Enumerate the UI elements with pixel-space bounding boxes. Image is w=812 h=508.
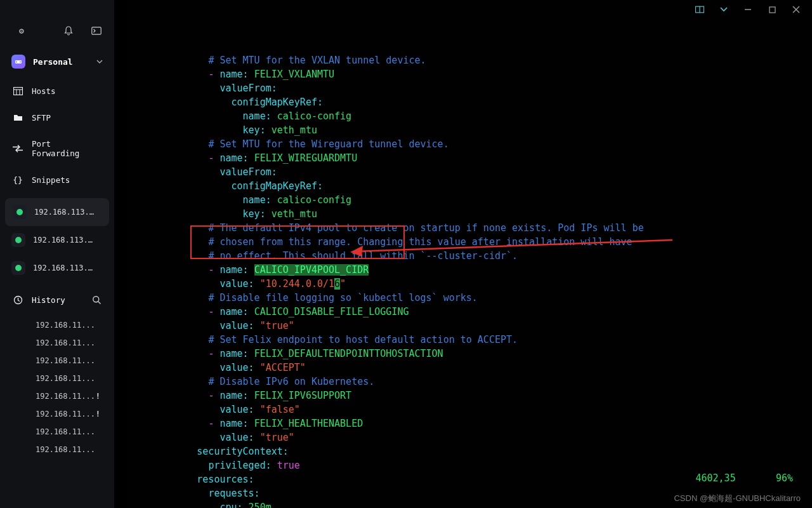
history-item[interactable]: 192.168.11... (0, 352, 114, 370)
sidebar-nav-sftp[interactable]: SFTP (0, 104, 114, 131)
sidebar-top-icons: ⚙ (0, 0, 114, 46)
nav-label: Port Forwarding (32, 139, 102, 158)
code-line: # chosen from this range. Changing this … (140, 235, 799, 249)
code-line: - name: FELIX_HEALTHENABLED (140, 417, 799, 431)
code-line: value: "ACCEPT" (140, 361, 799, 375)
code-line: # The default IPv4 pool to create on sta… (140, 221, 799, 235)
history-label: 192.168.11... (36, 445, 95, 454)
history-label: 192.168.11... (36, 410, 95, 418)
swap-icon (13, 144, 23, 154)
sidebar-nav-snippets[interactable]: {}Snippets (0, 166, 114, 193)
svg-point-15 (93, 296, 98, 302)
gear-icon[interactable]: ⚙ (16, 25, 27, 36)
code-line: # Set MTU for the VXLAN tunnel device. (140, 53, 799, 67)
history-item[interactable]: 192.168.11... (0, 370, 114, 387)
history-item[interactable]: 192.168.11... (0, 334, 114, 352)
code-line: value: "false" (140, 403, 799, 417)
history-label: 192.168.11... (36, 356, 95, 365)
search-icon[interactable] (91, 295, 102, 305)
session-tab[interactable]: 192.168.113.... (0, 254, 114, 282)
history-item[interactable]: 192.168.11... (0, 441, 114, 458)
history-label: History (32, 295, 82, 305)
code-line: # no effect. This should fall within `--… (140, 249, 799, 263)
braces-icon: {} (13, 175, 23, 185)
sidebar: ⚙ Personal HostsSFTPPort Forwarding{}Sni… (0, 0, 114, 508)
terminal-pane[interactable]: # Set MTU for the VXLAN tunnel device. -… (127, 0, 812, 508)
code-line: name: calico-config (140, 109, 799, 123)
sidebar-nav-hosts[interactable]: Hosts (0, 77, 114, 104)
grid-icon (13, 86, 23, 96)
svg-rect-6 (92, 27, 101, 34)
panel-split-icon[interactable] (695, 5, 704, 14)
history-label: 192.168.11... (36, 392, 95, 401)
window-titlebar (695, 0, 812, 19)
history-label: 192.168.11... (36, 374, 95, 383)
warning-icon: ! (96, 410, 100, 418)
nav-label: Hosts (32, 86, 56, 96)
chevron-down-icon[interactable] (719, 5, 728, 14)
workspace-selector[interactable]: Personal (0, 46, 114, 77)
bell-icon[interactable] (63, 25, 74, 36)
session-label: 192.168.113.... (33, 236, 96, 244)
session-label: 192.168.113.... (33, 264, 96, 272)
history-label: 192.168.11... (36, 338, 95, 347)
code-content: # Set MTU for the VXLAN tunnel device. -… (140, 53, 799, 508)
history-label: 192.168.11... (36, 427, 95, 436)
svg-rect-3 (769, 7, 775, 13)
code-line: - name: FELIX_IPV6SUPPORT (140, 389, 799, 403)
code-line: # Disable file logging so `kubectl logs`… (140, 291, 799, 305)
history-label: 192.168.11... (36, 321, 95, 330)
code-line: value: "true" (140, 431, 799, 444)
code-line: name: calico-config (140, 193, 799, 207)
nav-label: SFTP (32, 113, 51, 123)
svg-point-9 (20, 62, 21, 63)
history-item[interactable]: 192.168.11...! (0, 405, 114, 423)
code-line: - name: CALICO_IPV4POOL_CIDR (140, 263, 799, 277)
session-status-icon (11, 233, 25, 247)
session-tab[interactable]: 192.168.113.... (5, 198, 109, 226)
code-line: securityContext: (140, 444, 799, 458)
code-line: # Set Felix endpoint to host default act… (140, 333, 799, 347)
watermark: CSDN @鲍海超-GNUBHCkalitarro (674, 493, 801, 504)
code-line: - name: FELIX_DEFAULTENDPOINTTOHOSTACTIO… (140, 347, 799, 361)
session-status-icon (13, 205, 27, 219)
history-item[interactable]: 192.168.11...! (0, 387, 114, 405)
code-line: valueFrom: (140, 165, 799, 179)
code-line: key: veth_mtu (140, 123, 799, 137)
code-line: - name: FELIX_WIREGUARDMTU (140, 151, 799, 165)
code-line: key: veth_mtu (140, 207, 799, 221)
clock-icon (13, 295, 23, 305)
code-line: configMapKeyRef: (140, 95, 799, 109)
scroll-percent: 96% (776, 472, 793, 484)
minimize-icon[interactable] (743, 5, 752, 14)
code-line: valueFrom: (140, 81, 799, 95)
svg-line-16 (98, 301, 100, 304)
workspace-name: Personal (33, 57, 89, 67)
cursor-position: 4602,35 (695, 472, 735, 484)
sidebar-history-header[interactable]: History (0, 287, 114, 312)
history-item[interactable]: 192.168.11... (0, 316, 114, 334)
code-line: value: "10.244.0.0/16" (140, 277, 799, 291)
session-tab[interactable]: 192.168.113.... (0, 226, 114, 254)
session-status-icon (11, 261, 25, 275)
warning-icon: ! (96, 392, 100, 401)
terminal-icon[interactable] (91, 25, 102, 36)
code-line: configMapKeyRef: (140, 179, 799, 193)
svg-rect-10 (13, 87, 22, 95)
history-item[interactable]: 192.168.11... (0, 423, 114, 441)
chevron-down-icon (96, 58, 103, 65)
session-label: 192.168.113.... (34, 208, 98, 217)
code-line: # Set MTU for the Wireguard tunnel devic… (140, 137, 799, 151)
sidebar-nav-port-forwarding[interactable]: Port Forwarding (0, 131, 114, 166)
svg-point-8 (16, 62, 17, 63)
code-line: # Disable IPv6 on Kubernetes. (140, 375, 799, 389)
code-line: - name: CALICO_DISABLE_FILE_LOGGING (140, 305, 799, 319)
workspace-badge-icon (11, 55, 25, 69)
code-line: value: "true" (140, 319, 799, 333)
nav-label: Snippets (32, 175, 70, 185)
close-icon[interactable] (792, 5, 801, 14)
folder-icon (13, 112, 23, 123)
code-line: - name: FELIX_VXLANMTU (140, 67, 799, 81)
maximize-icon[interactable] (768, 5, 776, 14)
